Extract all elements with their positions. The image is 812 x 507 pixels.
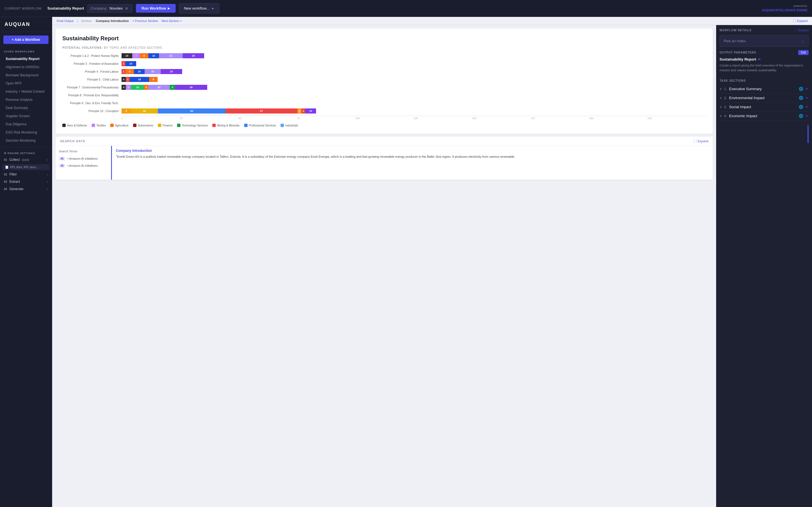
sidebar-item-deal-summary[interactable]: Deal Summary (2, 104, 50, 112)
edit-report-icon[interactable]: ✏ (758, 57, 761, 61)
bar-segment: 15 (145, 69, 161, 74)
output-params-title: OUTPUT PARAMETERS (719, 51, 756, 54)
bar-row-label: Principle 7 : Environmental Precautionar… (62, 86, 121, 89)
sidebar-item-open-rfp[interactable]: Open RFP (2, 79, 50, 87)
current-workflow-name: Sustainability Report (47, 6, 84, 10)
globe-icon-1[interactable]: 🌐 (799, 87, 803, 91)
search-term-label-1: • Amazon Ai initiatives (67, 157, 98, 160)
search-term-badge-2: 45 (59, 164, 65, 168)
task-section-item-3[interactable]: ∨ 3. Social Impact 🌐 ✏ (719, 103, 809, 112)
edit-section-icon-1[interactable]: ✏ (806, 87, 809, 91)
company-tag[interactable]: Company: Novolex ✕ (87, 4, 133, 13)
chevron-down-icon-2: ∨ (719, 96, 722, 100)
sidebar-item-revenue-analysis[interactable]: Revenue Analysis (2, 96, 50, 104)
bar-row-label: Principle 3 : Freedom of Association (62, 62, 121, 65)
legend-item: Industrials (281, 124, 298, 127)
center-panel: Sustainability Report POTENTIAL VIOLATIO… (52, 25, 716, 507)
sidebar-item-alignment-unsdgs[interactable]: Alignment to UNSDGs (2, 63, 50, 71)
engine-step-collect[interactable]: 01 Collect ooo › (0, 156, 52, 164)
engine-step-generate[interactable]: 04 Generate › (0, 185, 52, 193)
edit-section-icon-2[interactable]: ✏ (806, 96, 809, 100)
axis-tick: 0 (121, 116, 180, 120)
legend-label: Textiles (96, 124, 106, 127)
chevron-right-icon-3: › (47, 180, 48, 183)
tab-prev-section[interactable]: < Previous Section (132, 19, 158, 22)
workflow-expand-button[interactable]: ⛶ Expand (794, 29, 809, 32)
tab-section-name: Company Introduction (96, 19, 129, 22)
legend-dot (110, 124, 114, 127)
bar-row-label: Principle 10 : Corruption (62, 110, 121, 113)
sidebar-item-industry-market[interactable]: Industry + Market Context (2, 88, 50, 96)
task-sections: TASK SECTIONS ∨ 1. Executive Summary 🌐 ✏… (719, 79, 809, 121)
expand-icon: ⛶ (793, 19, 796, 22)
tab-final-output[interactable]: Final Output (57, 19, 73, 22)
section-tabs: Final Output | Section: Company Introduc… (52, 17, 812, 25)
powered-by-brand: AUQUAN INTELLIGENCE ENGINE (762, 9, 808, 12)
output-report-name: Sustainability Report ✏ (719, 57, 809, 61)
search-term-item-2[interactable]: 45 • Amazon Ai initiatives (56, 162, 111, 169)
task-section-item-2[interactable]: ∨ 2. Environmental Impact 🌐 ✏ (719, 94, 809, 103)
bar-segment: 5 (126, 85, 131, 90)
bar-segment: 18 (130, 77, 149, 82)
legend-item: Automotives (133, 124, 153, 127)
tab-next-section[interactable]: Next Section > (161, 19, 182, 22)
legend-label: Finance (163, 124, 173, 127)
sidebar-item-esg-risk[interactable]: ESG Risk Monitoring (2, 128, 50, 136)
axis-tick: 200 (589, 116, 647, 120)
bar-track: 4512420530 (121, 85, 706, 90)
globe-icon-4[interactable]: 🌐 (799, 114, 803, 118)
engine-step-extract[interactable]: 03 Extract › (0, 178, 52, 185)
bar-segment: 4 (121, 85, 126, 90)
edit-section-icon-4[interactable]: ✏ (806, 114, 809, 118)
search-data-title: SEARCH DATA (60, 139, 85, 143)
search-card: SEARCH DATA ⛶ Expand Search Terms 45 • A… (56, 136, 713, 180)
search-terms-col: Search Terms 45 • Amazon Ai initiatives … (56, 146, 112, 180)
company-tag-value: Novolex (109, 6, 123, 10)
bar-row: Principle 3 : Freedom of Association210 (62, 61, 706, 67)
run-workflow-button[interactable]: Run Workflow ▶ (136, 4, 175, 13)
index-picker[interactable]: Pick an Index ⌄ (719, 35, 809, 47)
chevron-right-icon-2: › (47, 173, 48, 176)
sidebar-item-sanction-monitoring[interactable]: Sanction Monitoring (2, 136, 50, 145)
bar-segment: 8 (125, 69, 134, 74)
tab-section-label: Section: (81, 19, 93, 22)
edit-button[interactable]: Edit (798, 50, 809, 55)
task-section-num-2: 2. (724, 96, 727, 100)
globe-icon-2[interactable]: 🌐 (799, 96, 803, 100)
bar-segment: 20 (148, 85, 170, 90)
globe-icon-3[interactable]: 🌐 (799, 105, 803, 109)
bar-segment: 30 (175, 85, 207, 90)
file-item[interactable]: 📄 KPL.docx, KPL.docx,... (2, 164, 50, 170)
axis-tick: 150 (472, 116, 530, 120)
chevron-right-icon-4: › (47, 187, 48, 191)
saved-workflows-label: SAVED WORKFLOWS (0, 47, 52, 55)
sidebar-item-due-diligence[interactable]: Due Diligence (2, 120, 50, 128)
sidebar-item-supplier-screen[interactable]: Supplier Screen (2, 112, 50, 120)
engine-step-filter[interactable]: 02 Filter › (0, 171, 52, 178)
task-section-item-1[interactable]: ∨ 1. Executive Summary 🌐 ✏ (719, 84, 809, 94)
workflow-details-title: WORFLOW DETAILS (719, 29, 752, 32)
bar-segment: 7 (132, 53, 140, 58)
legend-dot (62, 124, 66, 127)
search-expand-button[interactable]: ⛶ Expand (694, 139, 708, 143)
new-workflow-button[interactable]: New workflow... ＋ (179, 3, 219, 13)
search-term-item-1[interactable]: 45 • Amazon Ai initiatives (56, 155, 111, 162)
engine-settings-label: ⚙ ENGINE SETTINGS (0, 150, 52, 156)
content-scroll: Sustainability Report POTENTIAL VIOLATIO… (52, 25, 812, 507)
close-company-tag-icon[interactable]: ✕ (125, 6, 128, 11)
expand-icon-3: ⛶ (794, 29, 797, 32)
expand-button[interactable]: ⛶ Expand (793, 19, 808, 22)
scrollbar-track[interactable] (808, 124, 809, 143)
output-params-section: OUTPUT PARAMETERS Edit Sustainability Re… (719, 50, 809, 76)
sidebar: AUQUAN + Add a Workflow SAVED WORKFLOWS … (0, 17, 52, 507)
bar-segment: 8 (149, 77, 158, 82)
axis-tick: 175 (530, 116, 589, 120)
edit-section-icon-3[interactable]: ✏ (806, 105, 809, 109)
add-workflow-button[interactable]: + Add a Workflow (3, 36, 49, 44)
task-section-item-4[interactable]: ∨ 4. Economic Impact 🌐 ✏ (719, 112, 809, 121)
chart-axis: 0255075100125150175200225 (121, 116, 706, 120)
sidebar-item-sustainability-report[interactable]: Sustainability Report (2, 55, 50, 63)
bar-row: Principle 1 & 2 : Protect Human Rights10… (62, 53, 706, 59)
sidebar-item-borrower-background[interactable]: Borrower Background (2, 71, 50, 79)
legend-item: Professional Services (244, 124, 276, 127)
